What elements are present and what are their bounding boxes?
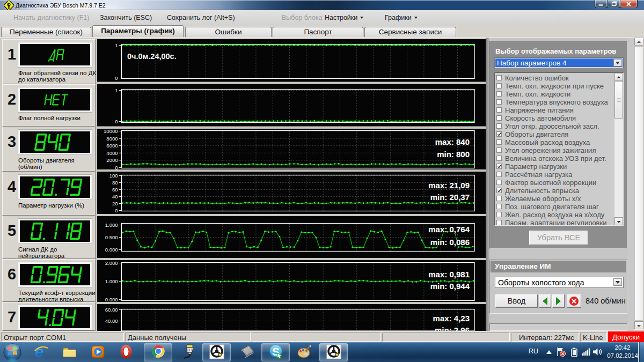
svg-text:2.000: 2.000 xyxy=(105,260,118,266)
svg-text:max: 0,981: max: 0,981 xyxy=(428,270,470,279)
svg-text:1: 1 xyxy=(115,42,118,48)
svg-text:min: 0,944: min: 0,944 xyxy=(430,282,470,291)
svg-text:40.00: 40.00 xyxy=(105,318,118,324)
svg-text:max: 4,23: max: 4,23 xyxy=(433,314,470,323)
svg-text:1: 1 xyxy=(115,87,118,93)
svg-text:1.000: 1.000 xyxy=(105,278,118,284)
svg-text:0: 0 xyxy=(115,165,118,171)
svg-text:80: 80 xyxy=(112,180,118,186)
svg-text:40: 40 xyxy=(112,194,118,200)
svg-text:0.000: 0.000 xyxy=(105,247,118,253)
svg-text:2000: 2000 xyxy=(106,157,118,163)
svg-text:0.000: 0.000 xyxy=(105,297,118,302)
svg-text:min: 0,086: min: 0,086 xyxy=(430,238,470,247)
svg-text:10000: 10000 xyxy=(104,128,118,134)
svg-text:8000: 8000 xyxy=(106,136,118,142)
svg-text:0: 0 xyxy=(115,75,118,81)
svg-text:20: 20 xyxy=(112,201,118,206)
svg-text:60.00: 60.00 xyxy=(105,307,118,313)
svg-text:max: 840: max: 840 xyxy=(435,137,470,146)
svg-text:min: 800: min: 800 xyxy=(437,150,470,159)
svg-text:6000: 6000 xyxy=(106,143,118,149)
svg-text:max: 0,764: max: 0,764 xyxy=(428,225,470,234)
svg-text:100: 100 xyxy=(109,173,118,179)
svg-text:min: 3,96: min: 3,96 xyxy=(435,326,470,331)
svg-text:max: 21,09: max: 21,09 xyxy=(428,181,470,190)
svg-text:1.000: 1.000 xyxy=(105,222,118,228)
svg-text:min: 20,37: min: 20,37 xyxy=(430,193,470,202)
svg-text:60: 60 xyxy=(112,187,118,193)
svg-text:0.500: 0.500 xyxy=(105,234,118,240)
svg-text:0: 0 xyxy=(115,208,118,213)
svg-text:0: 0 xyxy=(115,119,118,124)
svg-text:0ч.0м.24,00с.: 0ч.0м.24,00с. xyxy=(127,52,177,61)
svg-text:4000: 4000 xyxy=(106,150,118,156)
